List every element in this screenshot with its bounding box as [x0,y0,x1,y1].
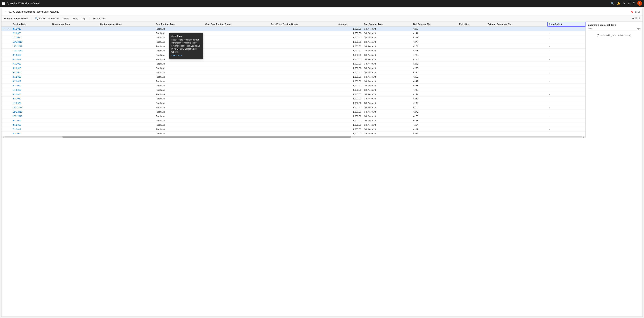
row-context-menu[interactable] [6,114,11,118]
posting-date-cell[interactable]: 6/1/2019 [11,131,51,136]
row-context-menu[interactable] [6,123,11,127]
collapse-icon[interactable]: ⊟ [638,11,640,13]
posting-date-cell[interactable]: 9/1/2019 [11,118,51,123]
bal-account-type-cell: G/L Account [362,101,412,105]
back-button[interactable]: ← [4,10,7,13]
row-context-menu[interactable] [6,118,11,123]
settings-icon[interactable]: ⚙ [628,2,630,5]
posting-date-cell[interactable]: 6/1/2019 [11,66,51,70]
row-context-menu[interactable] [6,70,11,75]
row-context-menu[interactable] [6,66,11,70]
posting-date-cell[interactable]: 11/1/2019 [11,44,51,48]
posting-date-cell[interactable]: 12/1/2019 [11,40,51,44]
area-code-header[interactable]: Area Code ▼ [548,22,586,27]
row-context-menu[interactable] [6,44,11,48]
row-context-menu[interactable] [6,48,11,53]
posting-date-cell[interactable]: 3/1/2019 [11,79,51,83]
row-context-menu[interactable] [6,127,11,131]
edit-list-button[interactable]: ✏ Edit List [47,17,60,21]
row-context-menu[interactable] [6,57,11,62]
row-context-menu[interactable] [6,75,11,79]
posting-date-cell[interactable]: 2/1/2020 [11,96,51,101]
gen-prod-posting-group-header[interactable]: Gen. Prod. Posting Group [270,22,337,27]
posting-date-cell[interactable]: 4/1/2019 [11,75,51,79]
app-grid-button[interactable] [2,2,5,5]
posting-date-cell[interactable]: 10/1/2019 [11,114,51,118]
posting-date-cell[interactable]: 7/1/2019 [11,127,51,131]
process-button[interactable]: Process [61,17,71,21]
posting-date-cell[interactable]: 8/1/2019 [11,123,51,127]
bookmark-icon[interactable]: ⚑ [623,2,626,5]
row-context-menu[interactable] [6,79,11,83]
more-options-button[interactable]: More options [92,17,107,21]
row-context-menu[interactable] [6,83,11,88]
posting-date-cell[interactable]: 3/1/2020 [11,27,51,31]
row-context-menu[interactable]: ⋯ [6,27,11,31]
row-context-menu[interactable] [6,40,11,44]
posting-date-cell[interactable]: 1/1/2019 [11,88,51,92]
bal-account-type-header[interactable]: Bal. Account Type [362,22,412,27]
posting-date-header[interactable]: Posting Date [11,22,51,27]
page-button[interactable]: Page [80,17,88,21]
row-context-menu[interactable] [6,53,11,57]
posting-date-cell[interactable]: 1/1/2020 [11,101,51,105]
entry-button[interactable]: Entry [72,17,79,21]
gen-prod-posting-group-cell [270,62,337,66]
gen-posting-type-header[interactable]: Gen. Posting Type [154,22,204,27]
search-button[interactable]: 🔍 Search [34,17,47,21]
posting-date-cell[interactable]: 12/1/2019 [11,105,51,109]
posting-date-cell[interactable]: 1/1/2020 [11,35,51,40]
open-new-icon[interactable]: ⧉ [635,11,636,13]
row-context-menu[interactable] [6,105,11,109]
amount-header[interactable]: Amount [337,22,363,27]
scrollbar-thumb[interactable] [62,136,351,137]
scroll-left-arrow[interactable]: ◀ [2,136,4,138]
gen-posting-type-cell: Purchase [154,75,204,79]
posting-date-cell[interactable]: 8/1/2019 [11,57,51,62]
bal-account-type-cell: G/L Account [362,35,412,40]
gen-bus-posting-group-header[interactable]: Gen. Bus. Posting Group [204,22,270,27]
row-context-menu[interactable] [6,31,11,35]
user-avatar[interactable]: F [637,1,642,6]
posting-date-cell[interactable]: 9/1/2019 [11,53,51,57]
right-panel-chevron-icon[interactable]: ▾ [615,24,616,26]
scroll-right-arrow[interactable]: ▶ [583,136,586,138]
posting-date-cell[interactable]: 3/1/2020 [11,92,51,96]
posting-date-cell[interactable]: 7/1/2019 [11,62,51,66]
bookmark-page-icon[interactable]: 🔖 [630,11,634,13]
row-context-menu[interactable] [6,101,11,105]
bal-account-type-cell: G/L Account [362,127,412,131]
posting-date-cell[interactable]: 2/1/2019 [11,83,51,88]
horizontal-scrollbar[interactable]: ◀ ▶ [2,136,586,138]
row-context-menu[interactable] [6,88,11,92]
tooltip-learn-more-link[interactable]: Learn more [172,54,201,57]
external-doc-no-cell [486,40,548,44]
gen-bus-posting-group-cell [204,88,270,92]
posting-date-cell[interactable]: 10/1/2019 [11,48,51,53]
row-context-menu[interactable] [6,109,11,114]
bal-account-no-header[interactable]: Bal. Account No. [412,22,458,27]
filter-icon[interactable]: ⊞ [632,17,634,20]
table-row: 1/1/2019Purchase1,000.00G/L Account4235– [2,88,586,92]
amount-cell: 1,000.00 [337,79,363,83]
row-current-indicator [2,114,6,118]
row-context-menu[interactable] [6,131,11,136]
posting-date-cell[interactable]: 2/1/2020 [11,31,51,35]
customer-code-cell [99,123,154,127]
posting-date-cell[interactable]: 5/1/2019 [11,70,51,75]
area-code-cell: – [548,118,586,123]
entry-no-header[interactable]: Entry No. [458,22,486,27]
row-context-menu[interactable] [6,62,11,66]
customer-code-header[interactable]: Customergrp... Code [99,22,154,27]
row-context-menu[interactable] [6,92,11,96]
row-context-menu[interactable] [6,96,11,101]
help-icon[interactable]: ? [633,2,634,5]
search-icon[interactable]: 🔍 [611,2,614,5]
list-view-icon[interactable]: ☰ [635,17,638,20]
posting-date-cell[interactable]: 11/1/2019 [11,109,51,114]
notification-icon[interactable]: 🔔 [617,2,620,5]
info-icon[interactable]: ℹ [639,17,640,20]
external-doc-no-header[interactable]: External Document No. [486,22,548,27]
row-context-menu[interactable] [6,35,11,40]
dept-code-header[interactable]: Department Code [51,22,99,27]
